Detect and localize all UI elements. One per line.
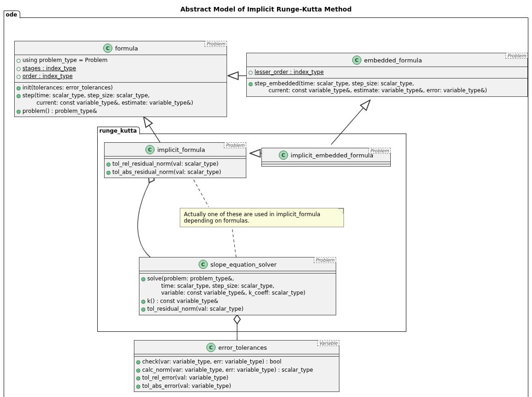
class-implicit-formula-name: implicit_formula: [157, 146, 205, 153]
stereotype-tag: Problem: [224, 142, 246, 148]
class-icon: C: [103, 44, 112, 53]
attr: stages : index_type: [22, 65, 76, 73]
class-implicit-embedded-formula-name: implicit_embedded_formula: [291, 152, 373, 159]
class-icon: C: [279, 151, 288, 160]
package-runge-kutta: runge_kutta Problem Cimplicit_formula to…: [97, 134, 406, 332]
stereotype-tag: Problem: [314, 257, 336, 263]
class-error-tolerances-name: error_tolerances: [218, 344, 267, 351]
attr: lesser_order : index_type: [255, 69, 324, 76]
op: check(var: variable_type, err: variable_…: [142, 358, 282, 366]
package-runge-kutta-label: runge_kutta: [97, 127, 140, 134]
package-ode-label: ode: [4, 11, 21, 18]
stereotype-tag: Problem: [205, 41, 227, 47]
stereotype-tag: Problem: [505, 53, 528, 59]
class-icon: C: [352, 56, 361, 65]
op: tol_rel_error(val: variable_type): [142, 375, 228, 382]
note-box: Actually one of these are used in implic…: [180, 208, 344, 227]
op: calc_norm(var: variable_type, err: varia…: [142, 367, 313, 374]
class-icon: C: [206, 343, 216, 352]
op: tol_abs_residual_norm(val: scalar_type): [112, 169, 221, 176]
op: step_embedded(time: scalar_type, step_si…: [255, 80, 487, 95]
op: problem() : problem_type&: [22, 108, 97, 115]
class-icon: C: [145, 145, 155, 154]
op: step(time: scalar_type, step_size: scala…: [22, 92, 193, 106]
class-implicit-embedded-formula: Problem Cimplicit_embedded_formula: [261, 148, 391, 167]
class-embedded-formula: Problem Cembedded_formula lesser_order :…: [246, 53, 528, 97]
op: tol_rel_residual_norm(val: scalar_type): [112, 161, 218, 168]
note-text: Actually one of these are used in implic…: [184, 211, 320, 224]
class-slope-equation-solver-name: slope_equation_solver: [211, 261, 277, 268]
page-title: Abstract Model of Implicit Runge-Kutta M…: [4, 6, 528, 13]
class-formula-name: formula: [115, 45, 138, 52]
op: init(tolerances: error_tolerances): [22, 84, 113, 92]
attr: using problem_type = Problem: [22, 57, 107, 64]
op: tol_residual_norm(val: scalar_type): [147, 306, 244, 313]
class-formula: Problem Cformula using problem_type = Pr…: [14, 41, 227, 117]
class-error-tolerances: Variable Cerror_tolerances check(var: va…: [134, 340, 339, 392]
stereotype-tag: Problem: [368, 148, 391, 154]
class-implicit-formula: Problem Cimplicit_formula tol_rel_residu…: [104, 142, 246, 178]
class-icon: C: [199, 260, 208, 269]
stereotype-tag: Variable: [317, 340, 340, 346]
package-ode: ode: [4, 17, 528, 397]
class-embedded-formula-name: embedded_formula: [364, 57, 422, 64]
class-slope-equation-solver: Problem Cslope_equation_solver solve(pro…: [139, 257, 336, 315]
attr: order : index_type: [22, 73, 72, 80]
op: solve(problem: problem_type&, time: scal…: [147, 275, 305, 297]
op: tol_abs_error(val: variable_type): [142, 383, 231, 390]
op: k() : const variable_type&: [147, 298, 218, 305]
